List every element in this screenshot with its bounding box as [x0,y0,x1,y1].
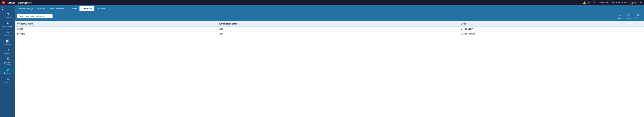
tab-users-and-access[interactable]: Users and Access [48,6,69,11]
sidebar-item-alerts-label: Alerts [5,81,10,83]
tab-policies[interactable]: Policies [36,6,48,11]
table-row[interactable]: admin Linux UserId:admin [15,26,644,31]
new-btn-label: New [618,17,622,20]
sidebar-item-dashboard[interactable]: ⊞ Dashboard [0,11,15,20]
mail-icon[interactable]: ✉ [588,1,590,4]
delete-btn-label: Delete [635,17,640,19]
content-area: Global Settings Policies Users and Acces… [15,5,644,117]
tab-roles[interactable]: Roles [69,6,79,11]
signout-link[interactable]: 🔒 Sign Out [631,1,642,4]
reports-icon: 📊 [6,39,9,43]
top-bar-right: 🔔 ✉ ❓ administrator SnapCenterAdmin 🔒 Si… [583,1,642,4]
sidebar-item-reports[interactable]: 📊 Reports [0,38,15,47]
credentials-table: Credential Name Authentication Mode Deta… [15,21,644,36]
dashboard-icon: ⊞ [6,12,9,16]
settings-icon: ⚙ [6,68,9,71]
sidebar-item-resources[interactable]: ◈ Resources [0,20,15,29]
table-header-row: Credential Name Authentication Mode Deta… [15,21,644,26]
resources-icon: ◈ [6,21,9,25]
monitor-icon: ◎ [6,30,9,34]
tab-credential[interactable]: Credential [80,6,94,11]
table-row[interactable]: postgres Linux UserId:postgres [15,31,644,36]
brand-label: NetApp [8,1,15,4]
help-icon[interactable]: ❓ [593,1,596,4]
top-bar-left: N NetApp SnapCenter® [2,1,32,4]
modify-button[interactable]: ✎ Modify [624,12,633,20]
sidebar-item-resources-label: Resources [3,25,12,27]
modify-btn-label: Modify [626,17,631,19]
search-input[interactable] [17,14,52,18]
sidebar-item-alerts[interactable]: ⚠ Alerts [0,75,15,84]
sidebar-item-storage-systems[interactable]: 🗄 Storage Systems [0,56,15,66]
admin-link[interactable]: SnapCenterAdmin [612,1,628,4]
sidebar-item-storage-label: Storage Systems [1,61,14,65]
delete-button[interactable]: 🗑 Delete [634,12,642,20]
product-label: SnapCenter® [18,1,32,4]
hosts-icon: ⬡ [6,48,9,52]
new-button[interactable]: ＋ New [616,12,623,20]
cell-credential-name: admin [15,26,216,31]
sidebar-item-monitor[interactable]: ◎ Monitor [0,29,15,38]
new-icon: ＋ [618,13,621,17]
sidebar-item-monitor-label: Monitor [4,34,11,36]
sidebar-item-dashboard-label: Dashboard [3,16,12,18]
cell-details: UserId:postgres [459,31,644,36]
table-area: Credential Name Authentication Mode Deta… [15,21,644,117]
top-bar: N NetApp SnapCenter® 🔔 ✉ ❓ administrator… [0,0,644,5]
cell-auth-mode: Linux [216,31,459,36]
brand-name: NetApp SnapCenter® [8,1,32,4]
cell-credential-name: postgres [15,31,216,36]
sidebar-item-settings-label: Settings [4,72,11,74]
col-auth-mode: Authentication Mode [216,21,459,26]
sidebar-item-reports-label: Reports [4,43,11,45]
tab-software[interactable]: Software [94,6,107,11]
alerts-icon: ⚠ [6,77,9,80]
main-layout: ❮ ⊞ Dashboard ◈ Resources ◎ Monitor 📊 Re… [0,5,644,117]
cell-auth-mode: Linux [216,26,459,31]
sidebar-item-settings[interactable]: ⚙ Settings [0,66,15,75]
col-details: Details [459,21,644,26]
tabs-bar: Global Settings Policies Users and Acces… [15,5,644,11]
modify-icon: ✎ [627,13,630,17]
sidebar-item-hosts-label: Hosts [5,52,10,54]
cell-details: UserId:admin [459,26,644,31]
user-label: administrator [598,1,610,4]
netapp-logo-icon: N [2,1,6,4]
tab-global-settings[interactable]: Global Settings [17,6,36,11]
storage-icon: 🗄 [6,57,9,60]
delete-icon: 🗑 [636,13,640,17]
sidebar-collapse-button[interactable]: ❮ [0,6,15,11]
toolbar: ＋ New ✎ Modify 🗑 Delete [15,11,644,21]
col-credential-name: Credential Name [15,21,216,26]
toolbar-actions: ＋ New ✎ Modify 🗑 Delete [616,12,642,20]
bell-icon[interactable]: 🔔 [583,1,586,4]
sidebar-item-hosts[interactable]: ⬡ Hosts [0,47,15,56]
sidebar: ❮ ⊞ Dashboard ◈ Resources ◎ Monitor 📊 Re… [0,5,15,117]
